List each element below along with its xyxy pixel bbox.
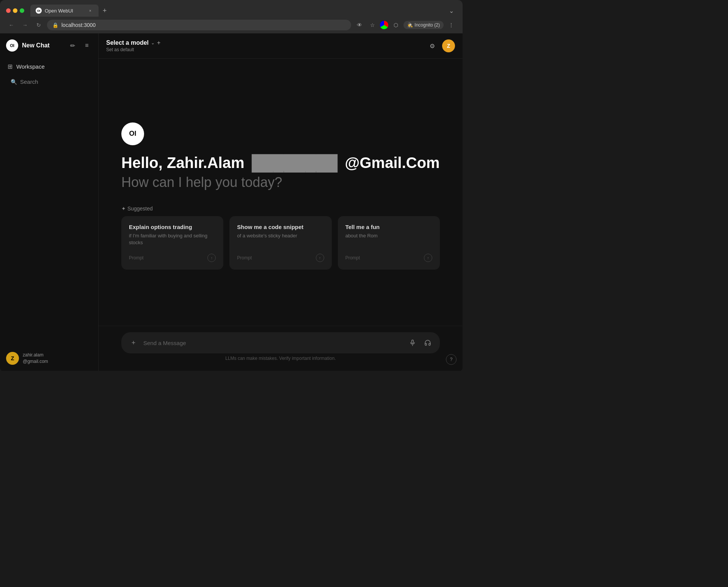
- model-header-left: Select a model ⌄ + Set as default: [106, 39, 427, 52]
- maximize-traffic-light[interactable]: [20, 8, 24, 13]
- message-input-placeholder[interactable]: Send a Message: [143, 340, 403, 346]
- lens-button[interactable]: 👁: [354, 20, 365, 30]
- bookmark-button[interactable]: ☆: [367, 20, 378, 30]
- model-selector[interactable]: Select a model ⌄ +: [106, 39, 427, 46]
- welcome-title: Hello, Zahir.Alam ████████ @Gmail.Com: [121, 154, 440, 171]
- message-input-area: + Send a Message LLMs: [99, 326, 463, 371]
- sidebar-nav: ⊞ Workspace 🔍 Search: [0, 58, 98, 91]
- suggested-label: ✦ Suggested: [121, 206, 153, 212]
- back-button[interactable]: ←: [6, 20, 17, 30]
- sidebar-title: New Chat: [22, 42, 63, 49]
- suggested-cards: Explain options trading if I'm familiar …: [121, 216, 440, 270]
- title-bar: OI Open WebUI × + ⌄: [0, 0, 463, 17]
- user-avatar[interactable]: Z: [6, 352, 19, 365]
- welcome-section: OI Hello, Zahir.Alam ████████ @Gmail.Com…: [99, 59, 463, 326]
- suggestion-card-0[interactable]: Explain options trading if I'm familiar …: [121, 216, 223, 270]
- sliders-icon[interactable]: ⚙: [427, 41, 438, 51]
- browser-actions: 👁 ☆ ⬡ 🕵 Incognito (2) ⋮: [354, 20, 457, 30]
- model-selector-title: Select a model: [106, 39, 149, 46]
- tab-overflow-button[interactable]: ⌄: [446, 5, 457, 16]
- headphone-button[interactable]: [422, 337, 433, 348]
- browser-chrome: OI Open WebUI × + ⌄ ← → ↻ 🔒 localhost:30…: [0, 0, 463, 33]
- disclaimer: LLMs can make mistakes. Verify important…: [121, 353, 440, 365]
- card-prompt-label-1: Prompt: [237, 255, 252, 261]
- suggestion-card-2[interactable]: Tell me a fun about the Rom Prompt ↑: [338, 216, 440, 270]
- model-selector-arrow-icon: ⌄: [151, 40, 155, 46]
- tab-close-button[interactable]: ×: [87, 8, 93, 14]
- card-title-0: Explain options trading: [129, 224, 216, 230]
- header-user-avatar[interactable]: Z: [442, 39, 455, 52]
- help-button[interactable]: ?: [446, 354, 457, 365]
- welcome-subtitle: How can I help you today?: [121, 174, 282, 190]
- workspace-icon: ⊞: [8, 63, 13, 70]
- new-tab-button[interactable]: +: [99, 5, 110, 16]
- card-arrow-2[interactable]: ↑: [424, 254, 432, 262]
- tab-title: Open WebUI: [45, 8, 84, 14]
- header-right-icons: ⚙ Z: [427, 39, 455, 52]
- attach-button[interactable]: +: [128, 337, 139, 348]
- active-tab[interactable]: OI Open WebUI ×: [30, 5, 99, 17]
- sidebar-item-workspace[interactable]: ⊞ Workspace: [3, 59, 95, 74]
- model-set-default[interactable]: Set as default: [106, 47, 427, 52]
- incognito-badge: 🕵 Incognito (2): [403, 21, 444, 29]
- incognito-icon: 🕵: [407, 22, 413, 28]
- suggestion-card-1[interactable]: Show me a code snippet of a website's st…: [229, 216, 331, 270]
- card-arrow-1[interactable]: ↑: [316, 254, 324, 262]
- incognito-label: Incognito (2): [414, 22, 440, 28]
- sidebar-workspace-label: Workspace: [16, 63, 45, 70]
- search-icon: 🔍: [11, 79, 17, 85]
- tab-bar: OI Open WebUI × + ⌄: [30, 5, 457, 17]
- model-selector-add-icon[interactable]: +: [157, 39, 160, 46]
- card-title-2: Tell me a fun: [345, 224, 432, 230]
- main-content: Select a model ⌄ + Set as default ⚙ Z OI…: [99, 33, 463, 371]
- traffic-lights: [6, 8, 24, 13]
- sidebar-footer: Z zahir.alam @gmail.com: [0, 346, 98, 371]
- url-text: localhost:3000: [61, 22, 96, 28]
- sidebar-logo: OI: [6, 39, 18, 52]
- user-email: zahir.alam @gmail.com: [23, 352, 48, 365]
- app-container: OI New Chat ✏ ≡ ⊞ Workspace 🔍 Search Z z…: [0, 33, 463, 371]
- card-footer-1: Prompt ↑: [237, 254, 324, 262]
- new-chat-icon[interactable]: ✏: [67, 40, 78, 51]
- sidebar-header: OI New Chat ✏ ≡: [0, 33, 98, 58]
- chrome-icon[interactable]: [380, 21, 388, 29]
- address-bar: ← → ↻ 🔒 localhost:3000 👁 ☆ ⬡ 🕵 Incognito…: [0, 17, 463, 33]
- url-bar[interactable]: 🔒 localhost:3000: [47, 20, 351, 30]
- card-footer-2: Prompt ↑: [345, 254, 432, 262]
- card-prompt-label-2: Prompt: [345, 255, 360, 261]
- card-title-1: Show me a code snippet: [237, 224, 324, 230]
- search-label: Search: [20, 78, 38, 85]
- forward-button[interactable]: →: [20, 20, 30, 30]
- card-subtitle-1: of a website's sticky header: [237, 232, 324, 239]
- main-header: Select a model ⌄ + Set as default ⚙ Z: [99, 33, 463, 59]
- card-subtitle-2: about the Rom: [345, 232, 432, 239]
- blurred-email: ████████: [252, 154, 338, 171]
- message-input-wrapper: + Send a Message: [121, 332, 440, 353]
- tab-favicon: OI: [36, 8, 42, 14]
- refresh-button[interactable]: ↻: [33, 20, 44, 30]
- welcome-logo: OI: [121, 122, 144, 145]
- svg-rect-0: [412, 340, 414, 344]
- mic-button[interactable]: [407, 337, 418, 348]
- minimize-traffic-light[interactable]: [13, 8, 17, 13]
- card-footer-0: Prompt ↑: [129, 254, 216, 262]
- card-prompt-label-0: Prompt: [129, 255, 144, 261]
- menu-icon[interactable]: ≡: [82, 40, 92, 51]
- sidebar-search[interactable]: 🔍 Search: [6, 75, 92, 88]
- close-traffic-light[interactable]: [6, 8, 11, 13]
- extensions-button[interactable]: ⬡: [391, 20, 401, 30]
- card-subtitle-0: if I'm familiar with buying and selling …: [129, 232, 216, 246]
- card-arrow-0[interactable]: ↑: [207, 254, 216, 262]
- sidebar: OI New Chat ✏ ≡ ⊞ Workspace 🔍 Search Z z…: [0, 33, 99, 371]
- menu-button[interactable]: ⋮: [446, 20, 457, 30]
